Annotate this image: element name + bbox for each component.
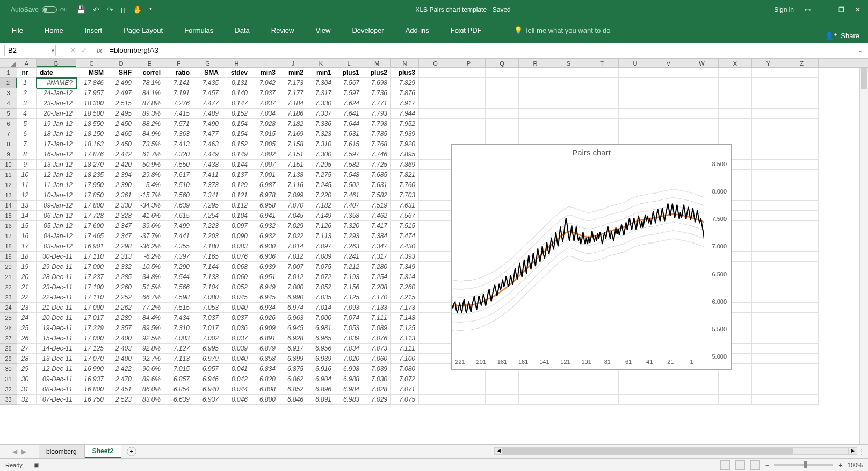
cell[interactable]: 7.295 <box>307 160 335 170</box>
tab-pagelayout[interactable]: Page Layout <box>121 26 165 40</box>
cell[interactable]: 84.1% <box>135 88 164 98</box>
cell[interactable]: 7.034 <box>335 344 363 354</box>
cell[interactable]: 7.042 <box>251 78 279 88</box>
cell[interactable]: 7.760 <box>391 180 419 190</box>
column-header-cell[interactable]: nr <box>17 68 37 78</box>
cell[interactable]: -15.7% <box>135 190 164 201</box>
col-header[interactable]: T <box>585 59 619 67</box>
fx-icon[interactable]: fx <box>97 46 102 54</box>
cell[interactable]: 7.111 <box>363 313 391 323</box>
cell[interactable]: 12 <box>17 190 37 201</box>
cell[interactable]: 7.631 <box>391 201 419 211</box>
cell[interactable]: 0.040 <box>222 303 251 313</box>
cell[interactable]: 7.254 <box>193 211 222 221</box>
cell[interactable]: 7.641 <box>335 109 363 119</box>
cell[interactable]: 0.104 <box>222 211 251 221</box>
cell[interactable]: 92.5% <box>135 333 164 344</box>
cell[interactable]: 0.042 <box>222 374 251 384</box>
cell[interactable]: 7.083 <box>164 333 193 344</box>
cell[interactable]: 7.317 <box>307 88 335 98</box>
cell[interactable]: 7.320 <box>164 149 193 160</box>
cell[interactable]: 6.926 <box>251 313 279 323</box>
cell[interactable]: 0.060 <box>222 272 251 282</box>
cell[interactable]: 6.951 <box>251 272 279 282</box>
cell[interactable]: 7.156 <box>335 282 363 292</box>
cell[interactable]: 30 <box>17 374 37 384</box>
cell[interactable]: 7 <box>17 139 37 149</box>
cell[interactable]: 6.939 <box>307 354 335 364</box>
cell[interactable]: 6.909 <box>251 323 279 333</box>
cell[interactable]: #NAME? <box>37 78 76 88</box>
cell[interactable]: 7.597 <box>335 88 363 98</box>
cell[interactable]: 17 000 <box>76 303 107 313</box>
cell[interactable]: 7.349 <box>391 262 419 272</box>
cell[interactable]: 7.336 <box>307 119 335 129</box>
cell[interactable]: -6.2% <box>135 252 164 262</box>
cell[interactable]: 7.028 <box>363 384 391 395</box>
cell[interactable]: 7.939 <box>391 129 419 139</box>
cell[interactable]: 16-Jan-12 <box>37 149 76 160</box>
cell[interactable]: 7.639 <box>164 201 193 211</box>
cell[interactable]: 7.323 <box>307 129 335 139</box>
cell[interactable]: 22-Dec-11 <box>37 292 76 303</box>
cell[interactable]: 17 850 <box>76 190 107 201</box>
cell[interactable]: 7.631 <box>363 180 391 190</box>
cell[interactable]: 0.052 <box>222 282 251 292</box>
cell[interactable]: 6.981 <box>307 323 335 333</box>
cell[interactable]: 7.015 <box>164 364 193 374</box>
sheet-tab[interactable]: bloomberg <box>39 445 85 458</box>
cell[interactable]: 7.698 <box>363 78 391 88</box>
cell[interactable]: 7.502 <box>335 180 363 190</box>
cell[interactable]: 7.072 <box>307 272 335 282</box>
cell[interactable]: 7.435 <box>193 78 222 88</box>
cell[interactable]: 7.462 <box>363 211 391 221</box>
cell[interactable]: 6.949 <box>251 282 279 292</box>
cell[interactable]: 0.036 <box>222 323 251 333</box>
cell[interactable]: 19-Dec-11 <box>37 323 76 333</box>
cell[interactable]: 7.151 <box>279 149 307 160</box>
cell[interactable]: 7.260 <box>391 282 419 292</box>
cell[interactable]: 87.8% <box>135 98 164 109</box>
cell[interactable]: 92.8% <box>135 344 164 354</box>
cell[interactable]: 17 465 <box>76 231 107 241</box>
cell[interactable]: 7.223 <box>193 221 222 231</box>
col-header[interactable]: D <box>107 59 135 67</box>
cell[interactable]: 7.411 <box>193 170 222 180</box>
cell[interactable]: 2 470 <box>107 374 135 384</box>
cell[interactable]: 7.072 <box>391 374 419 384</box>
cell[interactable]: 7.582 <box>363 190 391 201</box>
col-header[interactable]: S <box>552 59 585 67</box>
cell[interactable]: 0.140 <box>222 88 251 98</box>
cell[interactable]: 18 <box>17 252 37 262</box>
page-icon[interactable]: ▯ <box>121 5 125 14</box>
tab-formulas[interactable]: Formulas <box>182 26 215 40</box>
vertical-scrollbar[interactable] <box>859 68 868 444</box>
formula-input[interactable] <box>106 46 858 54</box>
cell[interactable]: 7.407 <box>335 201 363 211</box>
cell[interactable]: 05-Jan-12 <box>37 221 76 231</box>
cell[interactable]: 89.6% <box>135 374 164 384</box>
cell[interactable]: 7.014 <box>307 303 335 313</box>
tab-home[interactable]: Home <box>42 26 66 40</box>
cell[interactable]: 2 403 <box>107 344 135 354</box>
cell[interactable]: 7.173 <box>391 303 419 313</box>
cell[interactable]: 7.002 <box>193 333 222 344</box>
cell[interactable]: 10.5% <box>135 262 164 272</box>
cell[interactable]: 7.007 <box>279 262 307 272</box>
cell[interactable]: 7.746 <box>363 149 391 160</box>
cell[interactable]: 7.341 <box>193 190 222 201</box>
cell[interactable]: 92.7% <box>135 354 164 364</box>
cell[interactable]: 19-Jan-12 <box>37 119 76 129</box>
cell[interactable]: 14 <box>17 211 37 221</box>
cell[interactable]: 89.3% <box>135 109 164 119</box>
cell[interactable]: 2 347 <box>107 221 135 231</box>
cell[interactable]: 6.875 <box>279 364 307 374</box>
cell[interactable]: 0.097 <box>222 221 251 231</box>
cell[interactable]: 7.015 <box>251 129 279 139</box>
column-header-cell[interactable]: plus3 <box>391 68 419 78</box>
embedded-chart[interactable]: Pairs chart 8.5008.0007.5007.0006.5006.0… <box>451 144 732 370</box>
cell[interactable]: 84.4% <box>135 313 164 323</box>
col-header[interactable]: K <box>307 59 335 67</box>
cell[interactable]: 17 000 <box>76 262 107 272</box>
cell[interactable]: 0.149 <box>222 149 251 160</box>
